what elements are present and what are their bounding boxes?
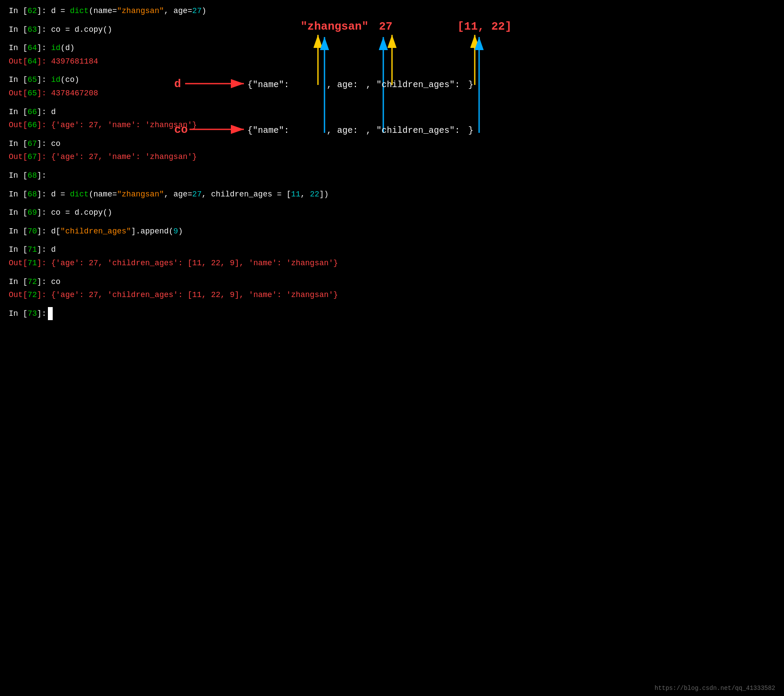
line-num: 67 xyxy=(27,150,37,164)
in-bracket: ]: xyxy=(37,41,47,55)
code-segment: (d) xyxy=(61,41,74,55)
out-prompt: Out[ xyxy=(9,150,27,164)
code-segment: , xyxy=(301,188,310,201)
code-segment: ( xyxy=(89,188,94,201)
code-segment: 22 xyxy=(310,188,319,201)
code-segment: d = xyxy=(46,188,70,201)
line-num: 68 xyxy=(27,169,37,182)
in-bracket: ]: xyxy=(37,105,47,119)
in-prompt: In [ xyxy=(9,73,27,87)
line-num: 70 xyxy=(27,225,37,238)
output-line: Out[71]: {'age': 27, 'children_ages': [1… xyxy=(9,257,775,270)
code-segment: 4397681184 xyxy=(46,55,98,68)
in-prompt: In [ xyxy=(9,307,27,321)
code-segment: d = xyxy=(46,4,70,18)
code-segment: { xyxy=(46,150,56,164)
input-line: In [73]: xyxy=(9,307,775,321)
code-segment: 'zhangsan' xyxy=(145,150,192,164)
in-bracket: ]: xyxy=(37,243,47,257)
code-segment: {'age': 27, 'children_ages': [11, 22, 9]… xyxy=(46,257,338,270)
input-line: In [69]: co = d.copy() xyxy=(9,206,775,220)
input-line: In [68]: xyxy=(9,169,775,182)
code-segment: : xyxy=(136,118,145,132)
line-num: 63 xyxy=(27,23,37,37)
out-bracket: ]: xyxy=(37,257,47,270)
code-segment: : 27, xyxy=(79,118,108,132)
in-prompt: In [ xyxy=(9,169,27,182)
code-segment: 'name' xyxy=(108,150,136,164)
code-segment: : xyxy=(136,150,145,164)
input-line: In [70]: d["children_ages"].append(9) xyxy=(9,225,775,238)
line-num: 65 xyxy=(27,87,37,100)
line-num: 66 xyxy=(27,105,37,119)
in-prompt: In [ xyxy=(9,243,27,257)
in-prompt: In [ xyxy=(9,23,27,37)
line-num: 69 xyxy=(27,206,37,220)
input-line: In [67]: co xyxy=(9,137,775,151)
code-segment: "zhangsan" xyxy=(117,4,164,18)
in-prompt: In [ xyxy=(9,41,27,55)
code-segment: "children_ages" xyxy=(61,225,131,238)
input-line: In [63]: co = d.copy() xyxy=(9,23,775,37)
line-num: 72 xyxy=(27,288,37,302)
output-line: Out[67]: {'age': 27, 'name': 'zhangsan'} xyxy=(9,150,775,164)
input-line: In [64]: id(d) xyxy=(9,41,775,55)
watermark: https://blog.csdn.net/qq_41333582 xyxy=(655,685,775,692)
line-num: 67 xyxy=(27,137,37,151)
line-num: 66 xyxy=(27,118,37,132)
out-bracket: ]: xyxy=(37,150,47,164)
input-line: In [72]: co xyxy=(9,275,775,289)
line-num: 71 xyxy=(27,257,37,270)
output-line: Out[65]: 4378467208 xyxy=(9,87,775,100)
code-segment: ( xyxy=(89,4,94,18)
in-prompt: In [ xyxy=(9,225,27,238)
cursor xyxy=(48,307,53,321)
code-segment: name= xyxy=(93,4,117,18)
code-segment: co = d.copy() xyxy=(46,23,112,37)
in-bracket: ]: xyxy=(37,275,47,289)
code-segment: name= xyxy=(93,188,117,201)
code-segment: id xyxy=(51,41,61,55)
line-num: 65 xyxy=(27,73,37,87)
in-bracket: ]: xyxy=(37,23,47,37)
out-bracket: ]: xyxy=(37,87,47,100)
code-segment: , children_ages = [ xyxy=(202,188,291,201)
in-bracket: ]: xyxy=(37,169,47,182)
code-segment: 'name' xyxy=(108,118,136,132)
input-line: In [62]: d = dict(name="zhangsan", age=2… xyxy=(9,4,775,18)
in-bracket: ]: xyxy=(37,4,47,18)
code-segment: (co) xyxy=(61,73,79,87)
code-segment: d xyxy=(46,243,56,257)
in-prompt: In [ xyxy=(9,275,27,289)
in-prompt: In [ xyxy=(9,105,27,119)
code-segment: 27 xyxy=(192,4,202,18)
out-bracket: ]: xyxy=(37,55,47,68)
code-segment: co = d.copy() xyxy=(46,206,112,220)
line-num: 72 xyxy=(27,275,37,289)
in-bracket: ]: xyxy=(37,188,47,201)
out-prompt: Out[ xyxy=(9,118,27,132)
code-segment: co xyxy=(46,137,60,151)
code-segment: {'age': 27, 'children_ages': [11, 22, 9]… xyxy=(46,288,338,302)
out-prompt: Out[ xyxy=(9,288,27,302)
code-segment: dict xyxy=(70,4,88,18)
out-bracket: ]: xyxy=(37,288,47,302)
code-segment: co xyxy=(46,275,60,289)
out-prompt: Out[ xyxy=(9,55,27,68)
code-segment: dict xyxy=(70,188,88,201)
in-bracket: ]: xyxy=(37,225,47,238)
in-prompt: In [ xyxy=(9,137,27,151)
code-segment: d[ xyxy=(46,225,60,238)
code-segment xyxy=(46,41,51,55)
code-segment: 'zhangsan' xyxy=(145,118,192,132)
code-segment: id xyxy=(51,73,61,87)
code-area: In [62]: d = dict(name="zhangsan", age=2… xyxy=(0,0,784,324)
code-segment: } xyxy=(192,118,197,132)
in-bracket: ]: xyxy=(37,307,47,321)
code-segment: : 27, xyxy=(79,150,108,164)
code-segment: ]) xyxy=(319,188,329,201)
line-num: 71 xyxy=(27,243,37,257)
code-segment: 4378467208 xyxy=(46,87,98,100)
code-segment: d xyxy=(46,105,56,119)
code-segment: , age= xyxy=(164,4,193,18)
